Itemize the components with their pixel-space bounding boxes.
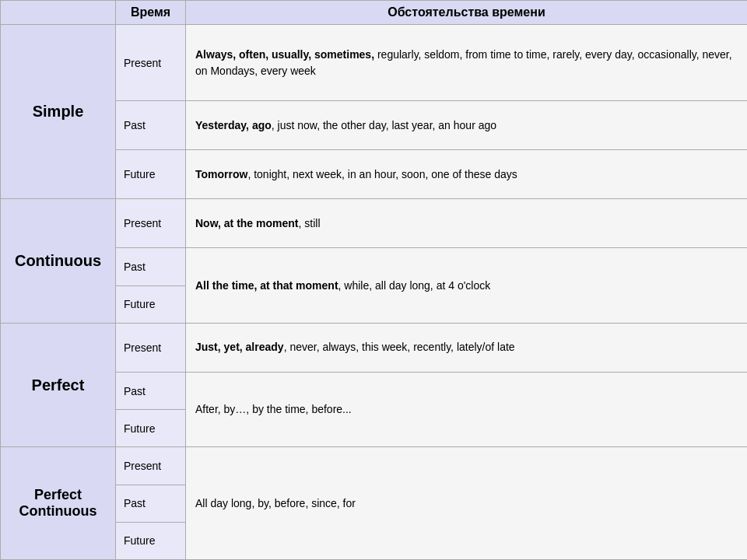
simple-past-tense: Past — [116, 101, 186, 150]
perfect-present-tense: Present — [116, 323, 186, 372]
continuous-present-row: Continuous Present Now, at the moment, s… — [1, 199, 748, 248]
continuous-present-adverbs: Now, at the moment, still — [186, 199, 748, 248]
perfect-continuous-adverbs: All day long, by, before, since, for — [186, 447, 748, 560]
grammar-table: Время Обстоятельства времени Simple Pres… — [0, 0, 747, 560]
simple-present-row: Simple Present Always, often, usually, s… — [1, 25, 748, 101]
continuous-past-future-adverbs: All the time, at that moment, while, all… — [186, 248, 748, 323]
header-empty — [1, 1, 116, 25]
simple-present-adverbs: Always, often, usually, sometimes, regul… — [186, 25, 748, 101]
perfect-present-adverbs: Just, yet, already, never, always, this … — [186, 323, 748, 372]
simple-category: Simple — [1, 25, 116, 199]
perfect-future-tense: Future — [116, 410, 186, 447]
perfect-continuous-present-tense: Present — [116, 447, 186, 485]
table-wrapper: Время Обстоятельства времени Simple Pres… — [0, 0, 747, 560]
continuous-past-tense: Past — [116, 248, 186, 285]
perfect-category: Perfect — [1, 323, 116, 447]
simple-present-tense: Present — [116, 25, 186, 101]
perfect-past-future-adverbs: After, by…, by the time, before... — [186, 372, 748, 446]
continuous-future-tense: Future — [116, 285, 186, 323]
simple-future-adverbs: Tomorrow, tonight, next week, in an hour… — [186, 150, 748, 199]
perfect-continuous-present-row: PerfectContinuous Present All day long, … — [1, 447, 748, 485]
perfect-continuous-future-tense: Future — [116, 522, 186, 559]
continuous-category: Continuous — [1, 199, 116, 324]
perfect-continuous-past-tense: Past — [116, 485, 186, 522]
continuous-present-tense: Present — [116, 199, 186, 248]
perfect-continuous-category: PerfectContinuous — [1, 447, 116, 560]
simple-past-adverbs: Yesterday, ago, just now, the other day,… — [186, 101, 748, 150]
perfect-present-row: Perfect Present Just, yet, already, neve… — [1, 323, 748, 372]
header-adverbs: Обстоятельства времени — [186, 1, 748, 25]
header-time: Время — [116, 1, 186, 25]
perfect-past-tense: Past — [116, 372, 186, 409]
simple-future-tense: Future — [116, 150, 186, 199]
